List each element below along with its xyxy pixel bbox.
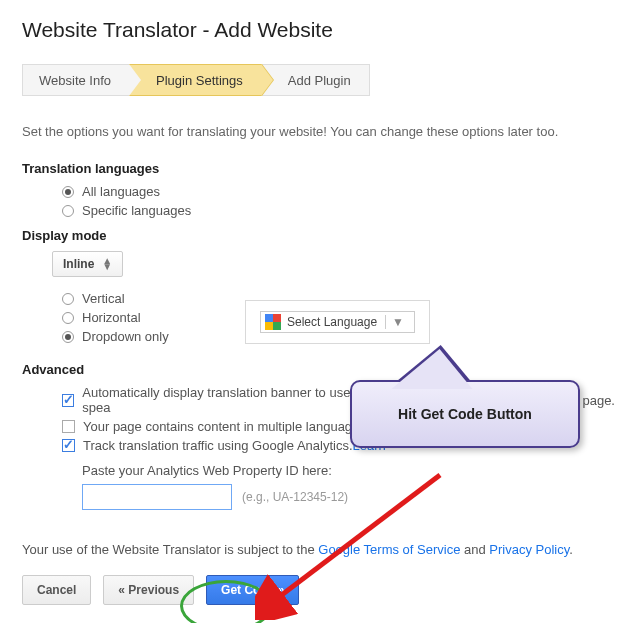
step-label: Plugin Settings [156,73,243,88]
analytics-id-hint: (e.g., UA-12345-12) [242,490,348,504]
step-label: Website Info [39,73,111,88]
section-translation-languages: Translation languages [22,161,615,176]
language-widget-preview: Select Language ▼ [245,300,430,344]
step-website-info[interactable]: Website Info [22,64,130,96]
radio-label: Horizontal [82,310,141,325]
checkbox-label-tail: page. [582,393,615,408]
analytics-id-label: Paste your Analytics Web Property ID her… [82,463,615,478]
page-title: Website Translator - Add Website [22,18,615,42]
checkbox-icon [62,439,75,452]
select-value: Inline [63,257,94,271]
display-mode-select[interactable]: Inline ▲▼ [52,251,123,277]
step-add-plugin[interactable]: Add Plugin [261,64,370,96]
annotation-callout: Hit Get Code Button [350,380,580,448]
language-dropdown[interactable]: Select Language ▼ [260,311,415,333]
get-code-button[interactable]: Get Code » [206,575,299,605]
chevron-down-icon: ▼ [385,315,410,329]
radio-icon [62,205,74,217]
radio-all-languages[interactable]: All languages [62,184,615,199]
annotation-callout-text: Hit Get Code Button [398,406,532,422]
radio-icon [62,331,74,343]
radio-label: Dropdown only [82,329,169,344]
radio-label: All languages [82,184,160,199]
radio-label: Specific languages [82,203,191,218]
analytics-id-input[interactable] [82,484,232,510]
radio-label: Vertical [82,291,125,306]
checkbox-label: Your page contains content in multiple l… [83,419,369,434]
checkbox-label: Track translation traffic using Google A… [83,438,353,453]
previous-button[interactable]: « Previous [103,575,194,605]
footer-and: and [460,542,489,557]
tos-link[interactable]: Google Terms of Service [318,542,460,557]
checkbox-icon [62,420,75,433]
intro-text: Set the options you want for translating… [22,124,615,139]
wizard-steps: Website Info Plugin Settings Add Plugin [22,64,615,96]
section-display-mode: Display mode [22,228,615,243]
updown-icon: ▲▼ [102,258,112,270]
radio-icon [62,186,74,198]
footer-prefix: Your use of the Website Translator is su… [22,542,318,557]
language-dropdown-label: Select Language [287,315,377,329]
step-plugin-settings[interactable]: Plugin Settings [129,64,262,96]
radio-icon [62,293,74,305]
checkbox-label: Automatically display translation banner… [82,385,372,415]
radio-specific-languages[interactable]: Specific languages [62,203,615,218]
checkbox-icon [62,394,74,407]
footer-suffix: . [569,542,573,557]
section-advanced: Advanced [22,362,615,377]
radio-icon [62,312,74,324]
privacy-link[interactable]: Privacy Policy [489,542,569,557]
google-logo-icon [265,314,281,330]
cancel-button[interactable]: Cancel [22,575,91,605]
step-label: Add Plugin [288,73,351,88]
footer-text: Your use of the Website Translator is su… [22,542,615,557]
